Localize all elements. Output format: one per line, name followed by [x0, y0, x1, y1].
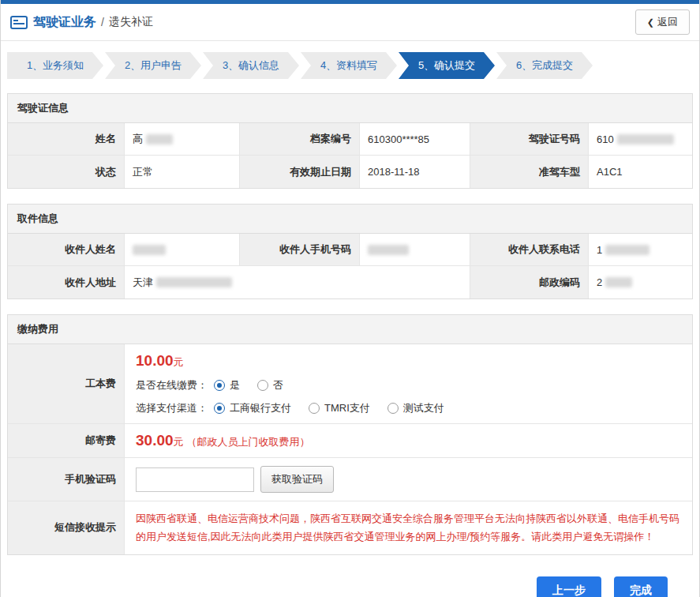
work-fee-amount-line: 10.00元: [136, 352, 681, 370]
pay-channel-question: 选择支付渠道：: [136, 401, 208, 415]
pay-channel-test-label: 测试支付: [403, 401, 444, 415]
work-fee-content: 10.00元 是否在线缴费： 是 否 选择支付渠道：: [125, 344, 692, 424]
radio-checked-icon[interactable]: [214, 380, 225, 391]
chevron-left-icon: ❮: [647, 17, 654, 28]
sms-tip-content: 因陕西省联通、电信运营商技术问题，陕西省互联网交通安全综合服务管理平台无法向持陕…: [125, 501, 692, 554]
payment-section: 缴纳费用 工本费 10.00元 是否在线缴费： 是 否: [7, 314, 693, 555]
mail-fee-amount: 30.00: [136, 432, 174, 449]
redacted-text: [605, 245, 649, 255]
license-number-value: 610: [589, 123, 692, 156]
back-button[interactable]: ❮ 返回: [635, 9, 690, 35]
recipient-address-value: 天津: [125, 266, 470, 298]
pickup-info-table: 收件人姓名 收件人手机号码 收件人联系电话 1 收件人地址 天津 邮政编码 2: [8, 234, 692, 298]
online-pay-no-label: 否: [273, 378, 283, 392]
breadcrumb-separator: /: [101, 16, 104, 28]
step-1: 1、业务须知: [7, 52, 103, 79]
online-pay-option-no[interactable]: 否: [257, 378, 283, 392]
license-info-section: 驾驶证信息 姓名 高 档案编号 610300****85 驾驶证号码 610 状…: [7, 93, 693, 189]
captcha-input[interactable]: [136, 467, 254, 492]
license-number-label: 驾驶证号码: [470, 123, 589, 156]
pickup-info-title: 取件信息: [8, 205, 692, 234]
expiry-value: 2018-11-18: [360, 156, 470, 188]
status-value: 正常: [125, 156, 240, 188]
footer-actions: 上一步 完成: [1, 565, 699, 597]
sms-tip-label: 短信接收提示: [8, 501, 125, 554]
name-label: 姓名: [8, 123, 125, 156]
step-2: 2、用户申告: [105, 52, 201, 79]
finish-button[interactable]: 完成: [614, 576, 668, 597]
recipient-mobile-label: 收件人手机号码: [240, 234, 360, 266]
pay-channel-question-line: 选择支付渠道： 工商银行支付 TMRI支付 测试支付: [136, 401, 681, 415]
license-info-table: 姓名 高 档案编号 610300****85 驾驶证号码 610 状态 正常 有…: [8, 123, 692, 188]
mail-fee-amount-line: 30.00元（邮政人员上门收取费用）: [136, 432, 681, 449]
mail-fee-unit: 元: [174, 436, 184, 448]
redacted-text: [368, 245, 409, 255]
step-wizard: 1、业务须知 2、用户申告 3、确认信息 4、资料填写 5、确认提交 6、完成提…: [1, 41, 699, 88]
back-button-label: 返回: [657, 15, 678, 29]
redacted-text: [133, 245, 166, 255]
online-pay-yes-label: 是: [230, 378, 240, 392]
recipient-phone-value: 1: [589, 234, 692, 266]
pickup-info-section: 取件信息 收件人姓名 收件人手机号码 收件人联系电话 1 收件人地址 天津 邮政…: [7, 204, 693, 299]
file-number-value: 610300****85: [360, 123, 470, 156]
pay-channel-tmri[interactable]: TMRI支付: [309, 401, 370, 415]
online-pay-option-yes[interactable]: 是: [214, 378, 240, 392]
step-3: 3、确认信息: [203, 52, 299, 79]
file-number-label: 档案编号: [240, 123, 360, 156]
radio-unchecked-icon[interactable]: [257, 380, 268, 391]
redacted-text: [617, 134, 674, 145]
page-title: 驾驶证业务: [33, 14, 96, 31]
pay-channel-test[interactable]: 测试支付: [387, 401, 444, 415]
step-6: 6、完成提交: [496, 52, 593, 79]
radio-unchecked-icon[interactable]: [387, 403, 399, 414]
name-value: 高: [125, 123, 240, 156]
radio-unchecked-icon[interactable]: [309, 403, 320, 414]
online-pay-question: 是否在线缴费：: [136, 378, 208, 392]
redacted-text: [156, 277, 232, 287]
payment-title: 缴纳费用: [8, 315, 692, 344]
work-fee-unit: 元: [174, 356, 184, 368]
radio-checked-icon[interactable]: [214, 403, 225, 414]
captcha-content: 获取验证码: [125, 458, 692, 501]
redacted-text: [605, 277, 632, 287]
captcha-label: 手机验证码: [8, 458, 125, 501]
mail-fee-label: 邮寄费: [8, 424, 125, 458]
license-business-icon: [10, 16, 28, 29]
pay-channel-tmri-label: TMRI支付: [324, 401, 370, 415]
postal-code-label: 邮政编码: [470, 266, 589, 298]
license-info-title: 驾驶证信息: [8, 94, 692, 123]
header: 驾驶证业务 / 遗失补证 ❮ 返回: [1, 4, 699, 41]
recipient-mobile-value: [360, 234, 470, 266]
step-5-active: 5、确认提交: [399, 52, 495, 79]
mail-fee-content: 30.00元（邮政人员上门收取费用）: [125, 424, 692, 458]
get-code-button[interactable]: 获取验证码: [260, 466, 334, 493]
pay-channel-icbc[interactable]: 工商银行支付: [214, 401, 291, 415]
redacted-text: [146, 134, 173, 145]
recipient-address-label: 收件人地址: [8, 266, 125, 298]
page: 驾驶证业务 / 遗失补证 ❮ 返回 1、业务须知 2、用户申告 3、确认信息 4…: [0, 0, 700, 597]
postal-code-value: 2: [589, 266, 692, 298]
status-label: 状态: [8, 156, 125, 188]
work-fee-amount: 10.00: [136, 352, 174, 369]
work-fee-label: 工本费: [8, 344, 125, 424]
online-pay-question-line: 是否在线缴费： 是 否: [136, 378, 681, 392]
recipient-name-label: 收件人姓名: [8, 234, 125, 266]
vehicle-class-label: 准驾车型: [470, 156, 589, 188]
captcha-row: 获取验证码: [136, 466, 681, 493]
pay-channel-icbc-label: 工商银行支付: [230, 401, 291, 415]
expiry-label: 有效期止日期: [240, 156, 360, 188]
recipient-name-value: [125, 234, 240, 266]
payment-table: 工本费 10.00元 是否在线缴费： 是 否 选: [8, 344, 692, 554]
mail-fee-note: （邮政人员上门收取费用）: [187, 436, 310, 448]
breadcrumb-current: 遗失补证: [109, 15, 153, 29]
recipient-phone-label: 收件人联系电话: [470, 234, 589, 266]
step-4: 4、资料填写: [301, 52, 397, 79]
previous-step-button[interactable]: 上一步: [537, 576, 601, 597]
vehicle-class-value: A1C1: [589, 156, 692, 188]
sms-tip-text: 因陕西省联通、电信运营商技术问题，陕西省互联网交通安全综合服务管理平台无法向持陕…: [136, 509, 681, 546]
